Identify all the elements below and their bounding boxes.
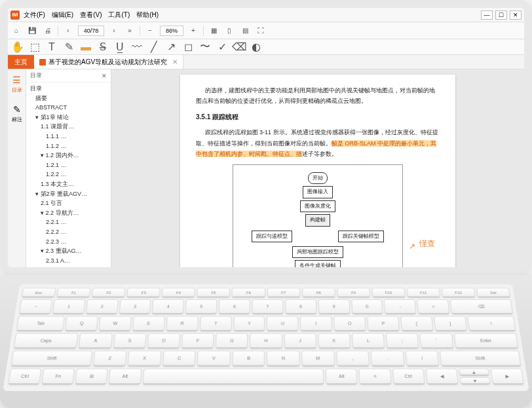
keyboard-key[interactable]: F2	[92, 288, 126, 298]
strikeout-icon[interactable]: S̶	[97, 41, 109, 53]
outline-item[interactable]: 1.2.1 …	[26, 160, 111, 170]
keyboard-key[interactable]: T	[200, 316, 232, 331]
keyboard-key[interactable]: S	[113, 333, 146, 349]
keyboard-key[interactable]: Shift	[440, 350, 522, 366]
keyboard-key[interactable]: B	[232, 350, 265, 366]
keyboard-key[interactable]: Y	[233, 316, 265, 331]
outline-item[interactable]: 2.2.1 …	[26, 217, 111, 227]
keyboard-key[interactable]: Caps	[14, 333, 79, 349]
keyboard-key[interactable]: [	[400, 316, 433, 331]
keyboard-key[interactable]: G	[216, 333, 248, 349]
fullscreen-icon[interactable]: ⛶	[255, 25, 267, 37]
outline-item[interactable]: 1.1 课题背…	[26, 122, 111, 132]
keyboard-key[interactable]: M	[301, 350, 335, 366]
menu-file[interactable]: 文件(F)	[24, 10, 45, 20]
keyboard-key[interactable]: F8	[302, 288, 335, 298]
stamp-tool-icon[interactable]: ✓	[216, 41, 228, 53]
keyboard-key[interactable]: Fn	[41, 369, 75, 385]
document-viewer[interactable]: 的选择，建图线程中的主要功能是利用局部地图中的共视关键帧与地图点，对当前帧的地图…	[111, 69, 524, 267]
highlight-tool-icon[interactable]: ▬	[80, 41, 92, 53]
keyboard-key[interactable]: F3	[126, 288, 161, 298]
keyboard-key[interactable]: 5	[185, 299, 217, 314]
tab-home[interactable]: 主页	[8, 55, 34, 69]
keyboard-key[interactable]: F4	[162, 288, 195, 298]
keyboard-key[interactable]: Esc	[22, 288, 56, 298]
keyboard-key[interactable]: F7	[267, 288, 301, 298]
keyboard-key[interactable]: Shift	[10, 350, 92, 366]
keyboard-key[interactable]: Z	[93, 350, 127, 366]
outline-item[interactable]: 摘要	[26, 94, 111, 103]
keyboard-key[interactable]: D	[147, 333, 180, 349]
keyboard-key[interactable]: F10	[371, 288, 406, 298]
hand-tool-icon[interactable]: ✋	[12, 41, 24, 53]
tab-close-icon[interactable]: ✕	[172, 58, 178, 65]
outline-item[interactable]: 1.2.2 …	[26, 170, 111, 179]
outline-item[interactable]: 2.1 引言	[26, 198, 111, 208]
outline-item[interactable]: ▾ 第1章 绪论	[26, 113, 111, 122]
keyboard-key[interactable]: Alt	[326, 369, 358, 385]
outline-item[interactable]: ▾ 2.2 导航方…	[26, 208, 111, 218]
keyboard-key[interactable]: ⌫	[450, 299, 513, 314]
arrow-right-key[interactable]: ▶	[490, 369, 523, 385]
arrow-up-key[interactable]: ▲	[459, 369, 489, 376]
keyboard-key[interactable]: 2	[86, 299, 119, 314]
keyboard-key[interactable]: X	[128, 350, 162, 366]
select-tool-icon[interactable]: ⬚	[29, 41, 41, 53]
keyboard-key[interactable]: Ctrl	[8, 369, 41, 385]
keyboard-key[interactable]: L	[352, 333, 385, 349]
fit-page-icon[interactable]: ▦	[208, 25, 219, 37]
menu-edit[interactable]: 编辑(E)	[52, 10, 73, 20]
next-page-icon[interactable]: ›	[108, 25, 120, 37]
keyboard-key[interactable]: Enter	[453, 333, 518, 349]
last-page-icon[interactable]: »	[124, 25, 136, 37]
text-tool-icon[interactable]: T	[46, 41, 58, 53]
spacebar-key[interactable]	[142, 369, 324, 385]
keyboard-key[interactable]: -	[384, 299, 416, 314]
keyboard-key[interactable]: U	[267, 316, 298, 331]
zoom-in-icon[interactable]: +	[187, 25, 199, 37]
keyboard-key[interactable]: Del	[476, 288, 511, 298]
menu-help[interactable]: 帮助(H)	[136, 10, 159, 20]
keyboard-key[interactable]: /	[405, 350, 439, 366]
keyboard-key[interactable]: F	[181, 333, 214, 349]
keyboard-key[interactable]: F1	[56, 288, 90, 298]
keyboard-key[interactable]: F11	[406, 288, 440, 298]
keyboard-key[interactable]: W	[99, 316, 132, 331]
keyboard-key[interactable]: ⊞	[75, 369, 108, 385]
menu-tools[interactable]: 工具(T)	[108, 10, 130, 20]
keyboard-key[interactable]: '	[420, 333, 453, 349]
outline-tree[interactable]: 目录摘要ABSTRACT▾ 第1章 绪论1.1 课题背…1.1.1 …1.1.2…	[26, 83, 111, 267]
keyboard-key[interactable]: F5	[197, 288, 230, 298]
continuous-icon[interactable]: ▤	[239, 25, 251, 37]
window-close[interactable]: ✕	[510, 10, 522, 20]
keyboard-key[interactable]: 0	[351, 299, 383, 314]
outline-item[interactable]: ▾ 1.2 国内外…	[26, 151, 111, 160]
line-tool-icon[interactable]: ╱	[148, 41, 160, 53]
squiggly-icon[interactable]: 〰	[131, 41, 143, 53]
print-icon[interactable]: 🖨	[42, 25, 54, 37]
keyboard-key[interactable]: ≡	[359, 369, 391, 385]
keyboard-key[interactable]: E	[132, 316, 165, 331]
window-maximize[interactable]: ☐	[495, 10, 507, 20]
zoom-out-icon[interactable]: −	[144, 25, 156, 37]
keyboard-key[interactable]: Ctrl	[392, 369, 425, 385]
outline-item[interactable]: 2.3.2 …	[26, 265, 111, 267]
keyboard-key[interactable]: .	[371, 350, 405, 366]
keyboard-key[interactable]: F9	[337, 288, 370, 298]
shape-tool-icon[interactable]: ◻	[182, 41, 194, 53]
keyboard-key[interactable]: 4	[152, 299, 184, 314]
outline-item[interactable]: 2.2.2 …	[26, 227, 111, 237]
tab-document[interactable]: 基于视觉的AGV导航及运动规划方法研究 ✕	[34, 55, 183, 69]
keyboard-key[interactable]: ]	[434, 316, 467, 331]
eraser-icon[interactable]: ⌫	[233, 41, 245, 53]
outline-item[interactable]: 1.3 本文主…	[26, 179, 111, 189]
menu-view[interactable]: 查看(V)	[80, 10, 102, 20]
keyboard-key[interactable]: P	[367, 316, 400, 331]
arrow-tool-icon[interactable]: ↗	[165, 41, 177, 53]
home-icon[interactable]: ⌂	[10, 25, 22, 37]
keyboard-key[interactable]: O	[333, 316, 366, 331]
color-icon[interactable]: ◐	[250, 41, 262, 53]
save-icon[interactable]: 💾	[26, 25, 38, 37]
outline-item[interactable]: 2.2.3 …	[26, 237, 111, 247]
draw-tool-icon[interactable]: 〜	[199, 41, 211, 53]
